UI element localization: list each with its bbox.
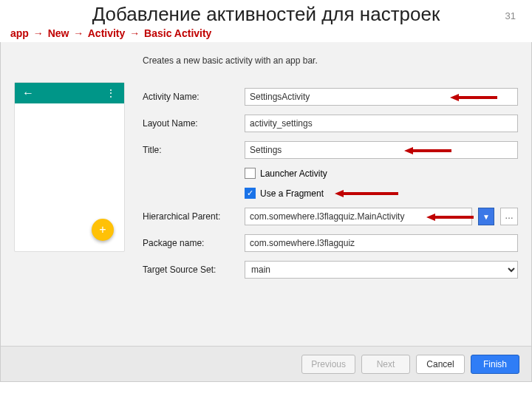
svg-marker-2: [335, 190, 398, 197]
launcher-activity-checkbox[interactable]: [245, 168, 256, 179]
target-source-set-select[interactable]: main: [245, 261, 518, 279]
previous-button[interactable]: Previous: [301, 355, 355, 374]
preview-appbar: ← ⋮: [15, 83, 124, 103]
breadcrumb-sep: →: [32, 27, 45, 39]
chevron-down-icon: ▼: [482, 213, 490, 221]
title-label: Title:: [143, 145, 239, 155]
layout-name-label: Layout Name:: [143, 118, 239, 129]
overflow-menu-icon: ⋮: [106, 87, 117, 99]
activity-preview: ← ⋮ +: [14, 82, 125, 252]
next-button[interactable]: Next: [361, 355, 410, 374]
activity-name-input[interactable]: [245, 88, 518, 106]
finish-button[interactable]: Finish: [471, 355, 519, 374]
annotation-arrow-icon: [335, 190, 398, 196]
dialog-description: Creates a new basic activity with an app…: [143, 55, 518, 79]
back-arrow-icon: ←: [22, 86, 34, 100]
launcher-activity-label: Launcher Activity: [260, 168, 327, 179]
dialog-footer: Previous Next Cancel Finish: [1, 346, 531, 381]
hierarchical-parent-label: Hierarchical Parent:: [143, 211, 239, 222]
activity-form: Creates a new basic activity with an app…: [143, 55, 518, 346]
page-number: 31: [505, 10, 516, 21]
use-fragment-checkbox[interactable]: [245, 188, 256, 199]
target-source-set-label: Target Source Set:: [143, 265, 239, 275]
breadcrumb: app → New → Activity → Basic Activity: [0, 26, 532, 42]
breadcrumb-sep: →: [72, 27, 85, 39]
ellipsis-icon: …: [505, 211, 514, 221]
fab-icon: +: [92, 219, 114, 241]
layout-name-input[interactable]: [245, 115, 518, 132]
breadcrumb-item: New: [48, 27, 69, 39]
breadcrumb-item: Activity: [88, 27, 126, 39]
parent-dropdown-button[interactable]: ▼: [478, 208, 494, 225]
title-input[interactable]: [245, 141, 518, 159]
breadcrumb-item: app: [10, 27, 29, 39]
cancel-button[interactable]: Cancel: [416, 355, 465, 374]
breadcrumb-item: Basic Activity: [144, 27, 211, 39]
breadcrumb-sep: →: [128, 27, 141, 39]
parent-browse-button[interactable]: …: [500, 208, 518, 225]
hierarchical-parent-input[interactable]: [245, 208, 472, 225]
activity-name-label: Activity Name:: [143, 92, 239, 102]
page-title: Добавление активностей для настроек: [0, 0, 532, 26]
new-activity-dialog: ← ⋮ + Creates a new basic activity with …: [0, 42, 532, 382]
package-name-input[interactable]: [245, 234, 518, 252]
use-fragment-label: Use a Fragment: [260, 188, 324, 199]
package-name-label: Package name:: [143, 238, 239, 248]
